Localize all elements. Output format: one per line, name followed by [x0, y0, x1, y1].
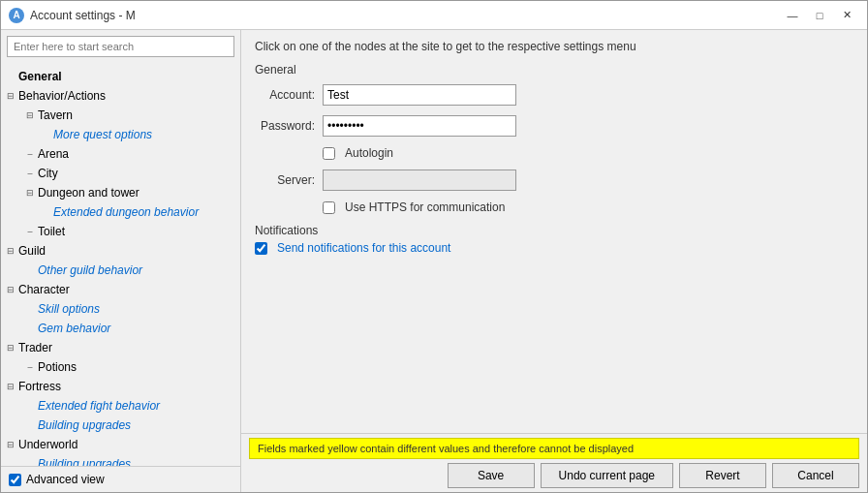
button-row: Save Undo current page Revert Cancel	[249, 463, 859, 488]
account-input[interactable]	[323, 84, 516, 106]
tree-label-toilet: Toilet	[38, 225, 65, 238]
expander-character[interactable]: ⊟	[3, 282, 18, 297]
send-notifications-checkbox[interactable]	[255, 242, 267, 255]
expander-other-guild	[22, 262, 38, 278]
account-row: Account:	[255, 84, 853, 106]
https-checkbox[interactable]	[323, 201, 335, 214]
left-panel: General ⊟ Behavior/Actions ⊟ Tavern	[1, 30, 241, 492]
expander-extended-dungeon	[38, 204, 53, 220]
yellow-notice: Fields marked yellow contain different v…	[249, 438, 859, 459]
expander-tavern[interactable]: ⊟	[22, 108, 38, 123]
save-button[interactable]: Save	[448, 463, 535, 488]
notifications-label: Notifications	[255, 224, 853, 237]
tree-item-other-guild[interactable]: Other guild behavior	[1, 261, 240, 280]
account-label: Account:	[255, 88, 323, 102]
tree-item-trader[interactable]: ⊟ Trader	[1, 338, 240, 357]
tree-item-extended-dungeon[interactable]: Extended dungeon behavior	[1, 202, 240, 222]
right-body: General Account: Password: Autologin	[241, 59, 867, 433]
right-panel: Click on one of the nodes at the site to…	[241, 30, 867, 492]
undo-button[interactable]: Undo current page	[541, 463, 673, 488]
expander-potions: –	[22, 359, 38, 375]
tree-label-extended-fight: Extended fight behavior	[38, 399, 160, 413]
https-row: Use HTTPS for communication	[255, 200, 853, 214]
tree-item-tavern[interactable]: ⊟ Tavern	[1, 106, 240, 125]
window-title: Account settings - M	[30, 9, 780, 22]
autologin-checkbox[interactable]	[323, 147, 335, 160]
expander-toilet: –	[22, 224, 38, 239]
tree-label-guild: Guild	[18, 244, 46, 258]
https-label[interactable]: Use HTTPS for communication	[345, 200, 505, 214]
tree-label-building-upgrades: Building upgrades	[38, 418, 131, 432]
tree-item-behavior[interactable]: ⊟ Behavior/Actions	[1, 86, 240, 106]
expander-city: –	[22, 166, 38, 181]
close-button[interactable]: ✕	[834, 5, 859, 26]
tree-label-potions: Potions	[38, 360, 77, 374]
autologin-row: Autologin	[255, 146, 853, 160]
advanced-view-checkbox[interactable]	[9, 474, 21, 486]
notification-check-row: Send notifications for this account	[255, 241, 853, 255]
tree-item-building-upgrades[interactable]: Building upgrades	[1, 416, 240, 435]
password-row: Password:	[255, 115, 853, 137]
expander-underworld[interactable]: ⊟	[3, 437, 18, 452]
advanced-view-row: Advanced view	[1, 466, 240, 492]
tree-item-general[interactable]: General	[1, 67, 240, 86]
notifications-section: Notifications Send notifications for thi…	[255, 224, 853, 255]
advanced-view-label[interactable]: Advanced view	[26, 473, 105, 486]
autologin-label[interactable]: Autologin	[345, 146, 393, 160]
tree-label-fortress: Fortress	[18, 380, 61, 393]
server-label: Server:	[255, 173, 323, 187]
tree-label-character: Character	[18, 283, 70, 296]
revert-button[interactable]: Revert	[679, 463, 766, 488]
section-label: General	[255, 63, 853, 77]
tree-item-underworld[interactable]: ⊟ Underworld	[1, 435, 240, 454]
tree-label-more-quest: More quest options	[53, 128, 152, 141]
tree-item-building-upgrades2[interactable]: Building upgrades	[1, 454, 240, 466]
tree-label-dungeon: Dungeon and tower	[38, 186, 140, 200]
tree-item-gem-behavior[interactable]: Gem behavior	[1, 319, 240, 338]
search-input[interactable]	[7, 36, 234, 57]
tree-item-potions[interactable]: – Potions	[1, 357, 240, 377]
expander-building-upgrades2	[22, 456, 38, 466]
expander-more-quest	[38, 127, 53, 142]
expander-fortress[interactable]: ⊟	[3, 379, 18, 394]
expander-arena: –	[22, 146, 38, 162]
maximize-button[interactable]: □	[807, 5, 832, 26]
expander-trader[interactable]: ⊟	[3, 340, 18, 355]
app-icon: A	[9, 8, 24, 23]
tree-label-skill-options: Skill options	[38, 302, 100, 316]
password-input[interactable]	[323, 115, 516, 137]
expander-extended-fight	[22, 398, 38, 414]
tree-label-arena: Arena	[38, 147, 69, 161]
bottom-bar: Fields marked yellow contain different v…	[241, 433, 867, 492]
tree-item-toilet[interactable]: – Toilet	[1, 222, 240, 241]
server-input-display	[323, 169, 516, 191]
tree-label-building-upgrades2: Building upgrades	[38, 457, 131, 466]
title-bar: A Account settings - M — □ ✕	[1, 1, 867, 30]
tree-label-underworld: Underworld	[18, 438, 78, 451]
tree-item-fortress[interactable]: ⊟ Fortress	[1, 377, 240, 396]
tree-item-arena[interactable]: – Arena	[1, 144, 240, 164]
right-header: Click on one of the nodes at the site to…	[241, 30, 867, 59]
tree-item-character[interactable]: ⊟ Character	[1, 280, 240, 299]
tree-label-gem-behavior: Gem behavior	[38, 322, 110, 335]
password-label: Password:	[255, 119, 323, 133]
tree-item-more-quest[interactable]: More quest options	[1, 125, 240, 144]
send-notifications-label[interactable]: Send notifications for this account	[277, 241, 450, 255]
expander-building-upgrades	[22, 417, 38, 433]
tree-label-trader: Trader	[18, 341, 52, 354]
minimize-button[interactable]: —	[780, 5, 805, 26]
tree-container: General ⊟ Behavior/Actions ⊟ Tavern	[1, 63, 240, 466]
tree-item-guild[interactable]: ⊟ Guild	[1, 241, 240, 261]
tree-label-general: General	[18, 70, 62, 83]
tree-item-extended-fight[interactable]: Extended fight behavior	[1, 396, 240, 416]
main-window: A Account settings - M — □ ✕ General	[0, 0, 868, 493]
tree-label-city: City	[38, 167, 58, 180]
expander-guild[interactable]: ⊟	[3, 243, 18, 259]
tree-item-city[interactable]: – City	[1, 164, 240, 183]
expander-dungeon[interactable]: ⊟	[22, 185, 38, 200]
tree-label-behavior: Behavior/Actions	[18, 89, 106, 103]
cancel-button[interactable]: Cancel	[772, 463, 859, 488]
expander-behavior[interactable]: ⊟	[3, 88, 18, 104]
tree-item-dungeon[interactable]: ⊟ Dungeon and tower	[1, 183, 240, 202]
tree-item-skill-options[interactable]: Skill options	[1, 299, 240, 319]
